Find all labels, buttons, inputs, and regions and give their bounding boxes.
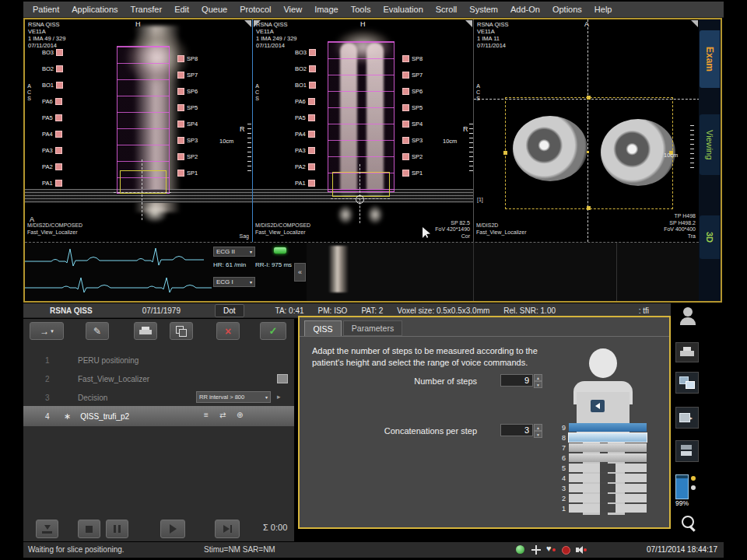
ecg-lead-select-bottom[interactable]: ECG I▾: [213, 277, 255, 287]
menu-item[interactable]: Options: [546, 5, 588, 14]
step-bar[interactable]: [569, 494, 647, 502]
image-panel-sagittal[interactable]: RSNA QISSVE11A1 IMA 49 / 32907/11/2014 H…: [25, 19, 252, 242]
concatenations-input[interactable]: 3: [500, 424, 533, 436]
table-move-icon[interactable]: [531, 545, 541, 555]
pause-button[interactable]: [106, 520, 128, 538]
step-row[interactable]: 7: [556, 443, 647, 452]
step-bar[interactable]: [569, 484, 647, 492]
menu-item[interactable]: Add-On: [504, 5, 546, 14]
slice-label[interactable]: SP8: [177, 51, 198, 67]
slice-label[interactable]: SP6: [402, 83, 423, 100]
step-bar[interactable]: [569, 504, 647, 513]
workflow-row[interactable]: 1 PERU positioning: [23, 351, 294, 369]
decision-dropdown[interactable]: RR interval > 800 ▾: [196, 391, 271, 403]
menu-item[interactable]: Help: [588, 5, 619, 14]
step-row[interactable]: 6: [556, 453, 647, 462]
play-button[interactable]: [160, 520, 185, 538]
menu-item[interactable]: Evaluation: [377, 5, 429, 14]
slice-label[interactable]: BO2: [295, 61, 316, 77]
add-icon[interactable]: ⊕: [237, 411, 243, 419]
menu-item[interactable]: View: [277, 5, 308, 14]
slice-label[interactable]: BO2: [42, 61, 63, 77]
slice-label[interactable]: SP4: [402, 116, 423, 132]
image-panel-coronal[interactable]: RSNA QISSVE11A1 IMA 249 / 32907/11/2014 …: [252, 19, 473, 242]
edit-protocol-button[interactable]: ✎: [86, 322, 109, 340]
image-stamp-icon[interactable]: [277, 374, 288, 383]
menu-item[interactable]: Transfer: [124, 5, 169, 14]
workflow-row[interactable]: 2 Fast_View_Localizer: [23, 369, 294, 388]
pan-corner-icon[interactable]: [465, 20, 472, 27]
step-range-selector[interactable]: 9 8 7 6: [556, 423, 647, 514]
physio-heart-icon[interactable]: ♥: [546, 544, 552, 553]
image-panel-axial[interactable]: RSNA QISSVE11A1 IMA 1107/11/2014 A ACS 1…: [473, 19, 699, 242]
crosshair-center-circle[interactable]: [356, 195, 364, 204]
slice-label[interactable]: PA1: [295, 175, 316, 191]
magnifier-icon[interactable]: [677, 512, 700, 535]
slice-label[interactable]: SP1: [402, 165, 423, 181]
slice-label[interactable]: SP6: [177, 83, 198, 100]
slice-label[interactable]: PA6: [295, 93, 316, 110]
menu-item[interactable]: Applications: [65, 5, 124, 14]
step-row[interactable]: 2: [556, 494, 647, 502]
unload-queue-button[interactable]: [36, 520, 58, 538]
slice-label[interactable]: SP1: [177, 165, 198, 181]
qiss-group-box[interactable]: [120, 170, 167, 194]
number-of-steps-input[interactable]: 9: [500, 374, 533, 387]
dot-engine-button[interactable]: Dot: [215, 304, 244, 317]
slice-label[interactable]: PA2: [295, 159, 316, 175]
tab-exam[interactable]: Exam: [700, 30, 720, 88]
pan-corner-icon[interactable]: [691, 20, 698, 27]
slice-label[interactable]: SP5: [402, 100, 423, 116]
fov-center-handle[interactable]: [587, 151, 589, 153]
slice-label[interactable]: PA4: [295, 126, 316, 142]
slice-label[interactable]: BO1: [295, 77, 316, 93]
cancel-measurement-button[interactable]: ×: [216, 322, 240, 340]
skip-button[interactable]: [215, 520, 240, 538]
step-bar[interactable]: [569, 453, 647, 462]
ecg-lead-select-top[interactable]: ECG II▾: [213, 247, 255, 257]
slice-label[interactable]: PA6: [42, 93, 63, 110]
menu-item[interactable]: Patient: [26, 5, 65, 14]
slice-label[interactable]: SP5: [177, 100, 198, 116]
slice-label[interactable]: PA5: [295, 110, 316, 126]
copy-button[interactable]: [170, 322, 193, 340]
fov-handle-left[interactable]: [503, 151, 507, 155]
menu-item[interactable]: Queue: [195, 5, 233, 14]
menu-item[interactable]: Scroll: [430, 5, 464, 14]
slice-label[interactable]: SP8: [402, 51, 423, 67]
step-bar[interactable]: [569, 474, 647, 482]
patient-head-icon[interactable]: [674, 305, 702, 328]
step-bar[interactable]: [569, 464, 647, 472]
step-bar[interactable]: [569, 423, 647, 432]
qiss-group-box[interactable]: [332, 172, 390, 197]
slice-label[interactable]: BO1: [42, 77, 63, 93]
spinner-down-button[interactable]: ▼: [534, 431, 542, 438]
slice-stack-overlay[interactable]: [328, 41, 395, 192]
fov-dashed-box[interactable]: [505, 97, 673, 209]
menu-item[interactable]: System: [463, 5, 504, 14]
image-thumbnail[interactable]: [328, 246, 349, 292]
print-button[interactable]: [134, 322, 157, 340]
tab-qiss[interactable]: QISS: [304, 320, 342, 336]
speaker-mute-icon[interactable]: [576, 545, 587, 555]
step-row[interactable]: 8: [556, 433, 647, 442]
system-ok-icon[interactable]: [516, 545, 524, 554]
fov-handle-bottom[interactable]: [587, 206, 591, 210]
archive-icon[interactable]: [675, 440, 699, 462]
slice-label[interactable]: PA5: [42, 110, 63, 126]
continue-measurement-button[interactable]: → ▾: [30, 322, 64, 340]
step-row[interactable]: 1: [556, 504, 647, 513]
slice-label[interactable]: PA4: [42, 126, 63, 142]
slice-label[interactable]: BO3: [295, 44, 316, 61]
slice-label[interactable]: SP4: [177, 116, 198, 132]
export-images-icon[interactable]: ▸: [675, 407, 699, 429]
slice-label[interactable]: SP3: [177, 132, 198, 149]
workflow-row-selected[interactable]: 4 ∗ QISS_trufi_p2 ≡ ⇄ ⊕: [23, 406, 294, 426]
slice-label[interactable]: BO3: [42, 44, 63, 61]
tab-3d[interactable]: 3D: [700, 215, 720, 259]
tab-parameters[interactable]: Parameters: [343, 320, 402, 336]
slice-label[interactable]: SP2: [177, 149, 198, 165]
fov-handle-top[interactable]: [587, 96, 591, 100]
collapse-physio-button[interactable]: «: [294, 263, 306, 282]
tab-viewing[interactable]: Viewing: [700, 114, 720, 175]
